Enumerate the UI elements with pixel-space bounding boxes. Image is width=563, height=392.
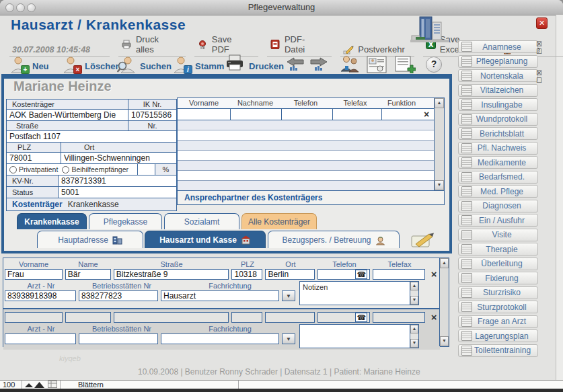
sidebar-item-wundprotokoll[interactable]: Wundprotokoll: [458, 113, 538, 126]
fachrichtung-dropdown-button[interactable]: ▼: [282, 334, 295, 344]
status-field[interactable]: 5001: [58, 187, 176, 198]
notizen-scrollbar[interactable]: ▲ ▼: [410, 282, 418, 305]
phone-icon[interactable]: ☎: [355, 270, 367, 279]
tab-bezugspers-betreuung[interactable]: Bezugspers. / Betreuung: [268, 231, 400, 248]
sidebar-item-pfl-nachweis[interactable]: Pfl. Nachweis: [458, 142, 538, 155]
sidebar-item-bedarfsmed[interactable]: Bedarfsmed.: [458, 171, 538, 184]
record-delete-button[interactable]: ×: [428, 311, 440, 323]
vorname-field[interactable]: [5, 312, 63, 323]
notizen-scrollbar[interactable]: ▲ ▼: [410, 325, 418, 348]
ort-field[interactable]: Villingen-Schwenningen: [61, 153, 176, 163]
notizen-field[interactable]: Notizen ▲ ▼: [299, 281, 419, 305]
notizen-field[interactable]: ▲ ▼: [299, 324, 419, 348]
sidebar-item-sturzrisiko[interactable]: Sturzrisiko: [458, 286, 538, 299]
sidebar-item-medikamente[interactable]: Medikamente: [458, 156, 538, 169]
phone-icon[interactable]: ☎: [355, 313, 367, 322]
pdf-file-button[interactable]: PDF-Datei: [267, 33, 332, 57]
help-button[interactable]: ?: [426, 56, 442, 73]
sidebar-item-lagerungsplan[interactable]: Lagerungsplan: [458, 329, 538, 342]
record-delete-button[interactable]: ×: [428, 268, 440, 280]
scroll-down-icon[interactable]: ▼: [410, 296, 418, 305]
layout-mode-icon[interactable]: [48, 381, 57, 389]
name-field[interactable]: Bär: [65, 269, 111, 280]
tab-hausarzt-und-kasse[interactable]: Hausarzt und Kasse: [145, 231, 266, 248]
betriebsstaetten-nr-field[interactable]: [79, 334, 158, 344]
plz-field[interactable]: [231, 312, 262, 323]
sidebar-item-pflegeplanung[interactable]: Pflegeplanung: [458, 55, 538, 68]
telefon-field[interactable]: ☎: [317, 312, 370, 323]
contacts-scrollbar[interactable]: ▲ ▼: [434, 98, 444, 190]
contact-vorname-field[interactable]: [178, 109, 231, 120]
print-checkbox-unchecked-icon[interactable]: ☐: [536, 48, 542, 55]
strasse-field[interactable]: Bitzkestraße 9: [114, 269, 229, 280]
arzt-nr-field[interactable]: [5, 334, 76, 344]
telefon-field[interactable]: ☎: [317, 269, 370, 280]
search-button[interactable]: Suchen: [117, 55, 172, 74]
scroll-up-icon[interactable]: ▲: [410, 282, 418, 290]
plz-field[interactable]: 78001: [7, 153, 61, 163]
sidebar-item-insulingabe[interactable]: Insulingabe: [458, 98, 538, 111]
sidebar-item-frage-an-arzt[interactable]: Frage an Arzt: [458, 315, 538, 328]
tab-sozialamt[interactable]: Sozialamt: [164, 213, 239, 229]
sidebar-item-toilettentraining[interactable]: Toilettentraining: [458, 344, 538, 357]
zoom-in-icon[interactable]: [34, 381, 44, 389]
close-form-button[interactable]: ✕: [536, 17, 548, 29]
master-data-button[interactable]: i Stamm: [172, 55, 224, 74]
new-button[interactable]: + Neu: [9, 55, 49, 74]
sidebar-item-visite[interactable]: Visite: [458, 229, 538, 241]
scroll-down-icon[interactable]: ▼: [410, 339, 418, 348]
betriebsstaetten-nr-field[interactable]: 838277823: [79, 290, 158, 301]
kv-nr-field[interactable]: 8378713391: [58, 175, 176, 186]
telefax-field[interactable]: [373, 269, 425, 280]
telefax-field[interactable]: [373, 312, 425, 323]
print-checkbox-unchecked-icon[interactable]: ☐: [536, 77, 542, 84]
contact-nachname-field[interactable]: [231, 109, 282, 120]
scroll-up-icon[interactable]: ▲: [435, 98, 444, 108]
sidebar-item-berichtsblatt[interactable]: Berichtsblatt: [458, 127, 538, 140]
ik-nr-field[interactable]: 107515586: [128, 110, 176, 120]
plz-field[interactable]: 10318: [231, 269, 262, 280]
records-scrollbar[interactable]: ▲ ▼: [439, 258, 449, 346]
arzt-nr-field[interactable]: 83938918398: [5, 290, 76, 301]
scroll-down-icon[interactable]: ▼: [435, 180, 444, 190]
tab-pflegekasse[interactable]: Pflegekasse: [89, 213, 162, 229]
window-scrollbar[interactable]: [556, 15, 563, 392]
tab-hauptadresse[interactable]: Hauptadresse: [37, 231, 143, 248]
browse-mode-button[interactable]: Blättern: [78, 381, 104, 389]
sidebar-item-vitalzeichen[interactable]: Vitalzeichen: [458, 84, 538, 97]
fachrichtung-field[interactable]: [161, 334, 279, 344]
sidebar-item-nortenskala[interactable]: Nortenskala: [458, 69, 538, 82]
contact-telefon-field[interactable]: [282, 109, 333, 120]
zoom-out-icon[interactable]: [25, 381, 33, 389]
window-zoom-icon[interactable]: [27, 3, 36, 12]
tab-krankenkasse[interactable]: Krankenkasse: [17, 213, 87, 229]
strasse-field[interactable]: [114, 312, 229, 323]
window-minimize-icon[interactable]: [16, 3, 25, 12]
print-checkbox-checked-icon[interactable]: ☒: [536, 70, 542, 77]
sidebar-item-fixierung[interactable]: Fixierung: [458, 272, 538, 284]
tab-alle-kostentraeger[interactable]: Alle Kostenträger: [241, 213, 317, 229]
sidebar-item-anamnese[interactable]: Anamnese: [458, 40, 538, 53]
contact-delete-button[interactable]: ×: [419, 109, 434, 120]
kostentraeger-name-field[interactable]: AOK Baden-Württemberg Die: [7, 110, 128, 120]
strasse-field[interactable]: Postfach 1107: [7, 131, 176, 142]
ort-field[interactable]: Berlin: [265, 269, 315, 280]
percent-field[interactable]: [137, 164, 155, 175]
name-field[interactable]: [65, 312, 111, 323]
scroll-down-icon[interactable]: ▼: [440, 336, 449, 346]
sidebar-item-med-pflege[interactable]: Med. Pflege: [458, 185, 538, 198]
print-button[interactable]: Drucken: [225, 55, 284, 74]
notes-pencil-icon[interactable]: [410, 232, 435, 252]
contact-funktion-field[interactable]: [382, 109, 419, 120]
contact-input-row[interactable]: ×: [178, 109, 434, 120]
contact-telefax-field[interactable]: [333, 109, 382, 120]
next-record-button[interactable]: [309, 57, 328, 75]
previous-record-button[interactable]: [286, 57, 305, 75]
print-checkbox-checked-icon[interactable]: ☒: [536, 41, 542, 48]
add-list-icon[interactable]: [394, 56, 416, 76]
zoom-level-value[interactable]: 100: [0, 381, 22, 389]
sidebar-item-therapie[interactable]: Therapie: [458, 243, 538, 256]
beihilfe-radio[interactable]: Beihilfeempfänger: [62, 165, 128, 173]
privatpatient-radio[interactable]: Privatpatient: [9, 165, 58, 173]
scroll-up-icon[interactable]: ▲: [440, 258, 449, 268]
